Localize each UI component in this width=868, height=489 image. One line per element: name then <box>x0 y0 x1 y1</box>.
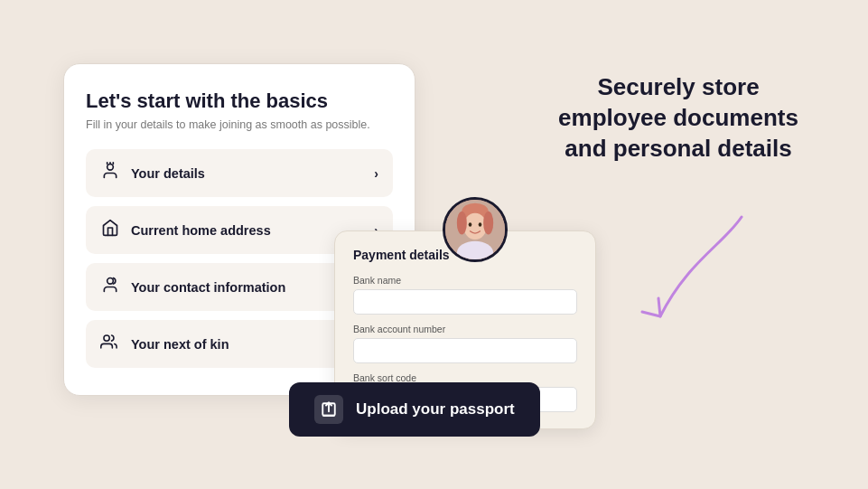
chevron-icon-1: › <box>374 166 378 181</box>
bank-account-input[interactable] <box>353 338 577 363</box>
menu-label-home-address: Current home address <box>131 223 271 238</box>
card-title: Let's start with the basics <box>86 89 393 113</box>
menu-label-your-details: Your details <box>131 166 205 181</box>
kin-icon <box>100 333 120 355</box>
bank-account-label: Bank account number <box>353 324 577 334</box>
menu-label-contact-info: Your contact information <box>131 280 285 295</box>
right-heading: Securely store employee documents and pe… <box>552 72 805 164</box>
birthday-icon <box>100 162 120 184</box>
svg-point-4 <box>107 278 114 285</box>
svg-point-9 <box>463 213 487 240</box>
contact-icon <box>100 276 120 298</box>
upload-label: Upload your passport <box>356 400 515 418</box>
bank-name-input[interactable] <box>353 289 577 315</box>
right-text-block: Securely store employee documents and pe… <box>552 72 805 164</box>
svg-point-13 <box>469 222 472 227</box>
menu-label-next-of-kin: Your next of kin <box>131 337 229 352</box>
svg-point-5 <box>104 335 109 341</box>
upload-icon <box>314 395 343 424</box>
arrow-decoration <box>615 208 760 353</box>
svg-point-0 <box>107 165 114 171</box>
svg-point-14 <box>479 222 482 227</box>
avatar <box>443 197 508 262</box>
svg-point-11 <box>483 212 493 235</box>
avatar-image <box>445 197 505 262</box>
menu-item-your-details[interactable]: Your details › <box>86 149 393 197</box>
home-icon <box>100 219 120 241</box>
card-subtitle: Fill in your details to make joining as … <box>86 118 393 131</box>
upload-passport-button[interactable]: Upload your passport <box>289 382 540 437</box>
bank-name-label: Bank name <box>353 275 577 286</box>
svg-point-10 <box>457 212 467 235</box>
